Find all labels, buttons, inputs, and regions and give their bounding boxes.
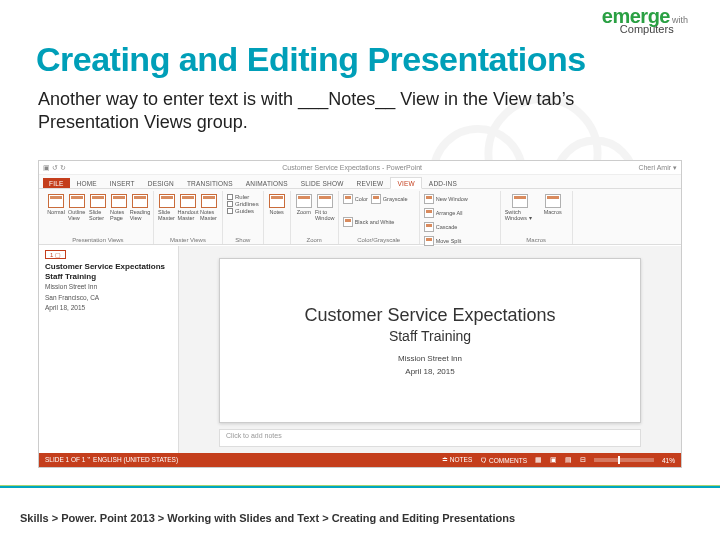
slide-line2: April 18, 2015 [405,367,454,376]
logo-with: with [672,15,688,25]
outline-line2: San Francisco, CA [45,294,172,302]
group-window: New Window Arrange All Cascade Move Spli… [420,191,501,244]
pp-ribbon-tabs: FILE HOME INSERT DESIGN TRANSITIONS ANIM… [39,175,681,189]
group-master-views: Slide Master Handout Master Notes Master… [154,191,223,244]
group-color: Color Grayscale Black and White Color/Gr… [339,191,420,244]
pp-ribbon: Normal Outline View Slide Sorter Notes P… [39,189,681,245]
footer-divider [0,485,720,488]
btn-switch-windows[interactable]: Switch Windows ▾ [505,194,535,221]
group-presentation-views: Normal Outline View Slide Sorter Notes P… [43,191,154,244]
pp-slide-area: Customer Service Expectations Staff Trai… [179,246,681,453]
btn-normal[interactable]: Normal [47,194,65,215]
status-view-slideshow-icon[interactable]: ⊟ [580,456,586,464]
tab-addins[interactable]: ADD-INS [423,178,463,188]
btn-handout-master[interactable]: Handout Master [179,194,197,221]
logo-sub: Computers [620,24,688,35]
pp-signin: Cheri Amir ▾ [638,164,677,172]
group-show: Ruler Gridlines Guides Show [223,191,264,244]
status-left: SLIDE 1 OF 1 ‟ ENGLISH (UNITED STATES) [45,456,178,464]
btn-color[interactable]: Color [343,194,368,205]
chk-gridlines[interactable]: Gridlines [227,201,259,207]
chk-ruler[interactable]: Ruler [227,194,249,200]
pp-status-bar: SLIDE 1 OF 1 ‟ ENGLISH (UNITED STATES) ≐… [39,453,681,467]
pp-outline-pane[interactable]: 1 ▢ Customer Service Expectations Staff … [39,246,179,453]
status-comments[interactable]: 🗨 COMMENTS [480,457,527,464]
tab-design[interactable]: DESIGN [142,178,180,188]
outline-line3: April 18, 2015 [45,304,172,312]
btn-grayscale[interactable]: Grayscale [371,194,408,205]
btn-notes[interactable]: Notes [268,194,286,215]
btn-zoom[interactable]: Zoom [295,194,313,215]
page-title: Creating and Editing Presentations [36,40,586,79]
btn-arrange-all[interactable]: Arrange All [424,208,463,219]
zoom-level[interactable]: 41% [662,457,675,464]
btn-cascade[interactable]: Cascade [424,222,458,233]
breadcrumb: Skills > Power. Point 2013 > Working wit… [20,512,515,524]
zoom-slider[interactable] [594,458,654,462]
group-label-macros: Macros [526,237,546,243]
btn-slide-sorter[interactable]: Slide Sorter [89,194,107,221]
pp-slide[interactable]: Customer Service Expectations Staff Trai… [219,258,641,423]
slide-title: Customer Service Expectations [304,305,555,326]
group-label-mv: Master Views [170,237,206,243]
brand-logo: emergewith Computers [602,6,688,35]
btn-notes-page[interactable]: Notes Page [110,194,128,221]
group-label-show: Show [235,237,250,243]
group-zoom: Zoom Fit to Window Zoom [291,191,339,244]
status-view-normal-icon[interactable]: ▦ [535,456,542,464]
group-notes-btn: Notes [264,191,291,244]
pp-titlebar: ▣ ↺ ↻ Customer Service Expectations - Po… [39,161,681,175]
tab-insert[interactable]: INSERT [104,178,141,188]
status-view-reading-icon[interactable]: ▤ [565,456,572,464]
pp-workspace: 1 ▢ Customer Service Expectations Staff … [39,246,681,453]
btn-fit-window[interactable]: Fit to Window [316,194,334,221]
outline-title: Customer Service Expectations Staff Trai… [45,262,172,281]
group-label-zoom: Zoom [307,237,322,243]
pp-quickaccess: ▣ ↺ ↻ [43,164,66,172]
tab-file[interactable]: FILE [43,178,70,188]
btn-slide-master[interactable]: Slide Master [158,194,176,221]
btn-bw[interactable]: Black and White [343,217,395,228]
group-label-pv: Presentation Views [72,237,123,243]
status-notes[interactable]: ≐ NOTES [442,456,472,464]
btn-macros[interactable]: Macros [538,194,568,215]
body-text: Another way to enter text is with ___Not… [38,88,678,135]
powerpoint-screenshot: ▣ ↺ ↻ Customer Service Expectations - Po… [38,160,682,468]
status-view-sorter-icon[interactable]: ▣ [550,456,557,464]
group-label-color: Color/Grayscale [357,237,400,243]
tab-view[interactable]: VIEW [390,177,421,189]
btn-outline-view[interactable]: Outline View [68,194,86,221]
chk-guides[interactable]: Guides [227,208,254,214]
tab-home[interactable]: HOME [71,178,103,188]
btn-new-window[interactable]: New Window [424,194,468,205]
tab-slideshow[interactable]: SLIDE SHOW [295,178,350,188]
outline-line1: Mission Street Inn [45,283,172,291]
btn-reading-view[interactable]: Reading View [131,194,149,221]
slide-line1: Mission Street Inn [398,354,462,363]
pp-window-title: Customer Service Expectations - PowerPoi… [66,164,638,171]
slide-subtitle: Staff Training [389,328,471,344]
tab-transitions[interactable]: TRANSITIONS [181,178,239,188]
group-macros: Switch Windows ▾ Macros Macros [501,191,573,244]
btn-notes-master[interactable]: Notes Master [200,194,218,221]
outline-slide-number: 1 ▢ [45,250,66,259]
tab-animations[interactable]: ANIMATIONS [240,178,294,188]
pp-notes-pane[interactable]: Click to add notes [219,429,641,447]
tab-review[interactable]: REVIEW [351,178,390,188]
